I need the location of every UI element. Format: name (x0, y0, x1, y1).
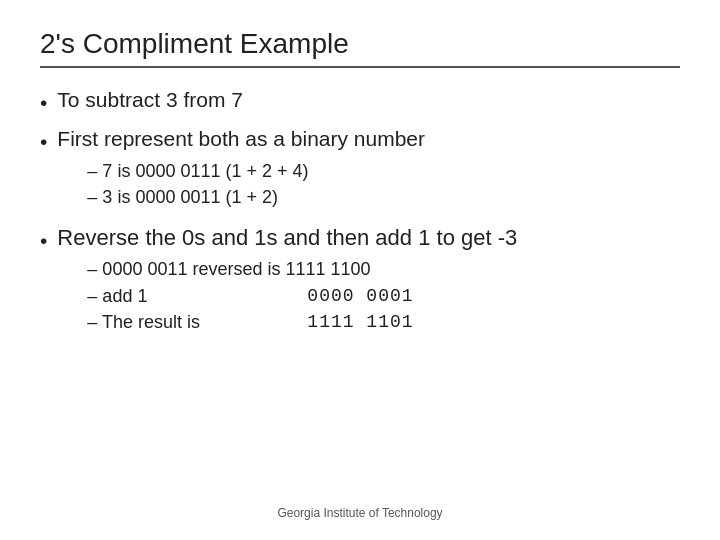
content-area: • To subtract 3 from 7 • First represent… (40, 86, 680, 496)
slide-title: 2's Compliment Example (40, 28, 680, 60)
slide: 2's Compliment Example • To subtract 3 f… (0, 0, 720, 540)
bullet-text-2: First represent both as a binary number (57, 127, 425, 150)
footer: Georgia Institute of Technology (40, 506, 680, 520)
sub-item-2-2: – 3 is 0000 0011 (1 + 2) (87, 184, 680, 210)
bullet-item-3: • Reverse the 0s and 1s and then add 1 t… (40, 224, 680, 341)
sub-items-3: – 0000 0011 reversed is 1111 1100 – add … (87, 256, 680, 334)
bullet-dot-3: • (40, 227, 47, 254)
title-section: 2's Compliment Example (40, 28, 680, 68)
bullet-text-3: Reverse the 0s and 1s and then add 1 to … (57, 225, 517, 250)
sub-item-3-3-value: 1111 1101 (307, 309, 413, 335)
sub-item-3-3-label: – The result is (87, 309, 307, 335)
bullet-text-1: To subtract 3 from 7 (57, 86, 680, 114)
sub-item-3-2-value: 0000 0001 (307, 283, 413, 309)
sub-item-3-2-label: – add 1 (87, 283, 307, 309)
sub-item-3-1: – 0000 0011 reversed is 1111 1100 (87, 256, 680, 282)
bullet-dot-1: • (40, 89, 47, 117)
sub-item-3-3: – The result is 1111 1101 (87, 309, 680, 335)
bullet-dot-2: • (40, 128, 47, 156)
bullet-item-1: • To subtract 3 from 7 (40, 86, 680, 117)
sub-item-2-1: – 7 is 0000 0111 (1 + 2 + 4) (87, 158, 680, 184)
sub-items-2: – 7 is 0000 0111 (1 + 2 + 4) – 3 is 0000… (87, 158, 680, 210)
bullet-item-2: • First represent both as a binary numbe… (40, 125, 680, 216)
sub-item-3-2: – add 1 0000 0001 (87, 283, 680, 309)
